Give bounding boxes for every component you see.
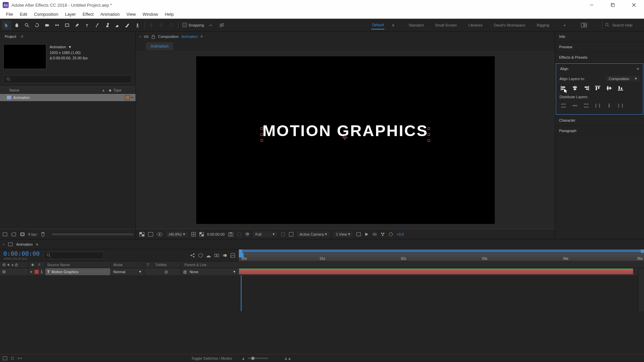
composition-canvas[interactable]: MOTION GRAPHICS xyxy=(196,56,495,224)
zoom-in-icon[interactable]: ▲▲ xyxy=(284,356,291,360)
flowchart-icon[interactable] xyxy=(144,34,149,39)
menu-help[interactable]: Help xyxy=(161,10,177,18)
layer-duration-bar[interactable] xyxy=(239,268,633,275)
parent-column[interactable]: Parent & Link xyxy=(181,263,238,267)
align-h-center-icon[interactable] xyxy=(571,85,579,92)
zoom-out-icon[interactable]: ▲ xyxy=(241,356,245,360)
align-bottom-icon[interactable] xyxy=(616,85,625,92)
anchor-point-icon[interactable] xyxy=(342,135,347,140)
region-icon[interactable] xyxy=(157,232,163,236)
menu-edit[interactable]: Edit xyxy=(16,10,31,18)
pixel-aspect-icon[interactable] xyxy=(356,232,361,236)
layer-name[interactable]: Motion Graphics xyxy=(52,270,78,274)
view-dropdown[interactable]: 1 View ▾ xyxy=(333,231,353,237)
close-button[interactable] xyxy=(626,0,641,10)
workspace-user[interactable]: David's Workspace xyxy=(493,21,526,29)
workspace-reset-icon[interactable] xyxy=(579,20,589,30)
align-v-center-icon[interactable] xyxy=(605,85,613,92)
workspace-small-screen[interactable]: Small Screen xyxy=(434,21,458,29)
workspace-overflow-icon[interactable]: » xyxy=(560,20,569,30)
current-time-display[interactable]: 0:00:00:00 xyxy=(3,250,40,257)
parent-pickwhip-icon[interactable]: @ xyxy=(183,270,187,274)
snapshot-icon[interactable] xyxy=(228,232,233,237)
toggle-switches-modes-button[interactable]: Toggle Switches / Modes xyxy=(191,356,232,360)
menu-file[interactable]: File xyxy=(3,10,16,18)
selection-handle[interactable] xyxy=(428,133,430,136)
puppet-tool[interactable] xyxy=(133,20,142,30)
lock-column-icon[interactable] xyxy=(15,263,18,266)
layer-color-swatch[interactable] xyxy=(35,270,39,274)
pan-behind-tool[interactable] xyxy=(52,20,62,30)
twirl-icon[interactable]: ▸ xyxy=(31,269,33,274)
timeline-tab[interactable]: Animation xyxy=(16,242,33,246)
timeline-search-input[interactable] xyxy=(44,252,104,259)
workspace-default[interactable]: Default xyxy=(371,21,384,29)
label-column-icon[interactable]: ◆ xyxy=(109,88,111,93)
rectangle-tool[interactable] xyxy=(62,20,72,30)
comp-panel-menu-icon[interactable]: ≡ xyxy=(201,34,203,39)
clone-stamp-tool[interactable] xyxy=(103,20,112,30)
sort-asc-icon[interactable]: ▲ xyxy=(102,88,105,92)
local-axis-icon[interactable] xyxy=(147,20,156,30)
label-column-icon[interactable]: ◆ xyxy=(31,262,34,266)
work-area-start-handle[interactable] xyxy=(239,249,242,253)
exposure-reset-icon[interactable] xyxy=(388,232,393,237)
snapping-opt-2-icon[interactable] xyxy=(217,20,226,30)
toggle-mask-icon[interactable] xyxy=(148,232,153,237)
search-help-input[interactable]: Search Help xyxy=(602,21,635,28)
alpha-icon[interactable] xyxy=(139,232,145,237)
roi-icon[interactable] xyxy=(281,232,285,237)
frame-blend-icon[interactable] xyxy=(214,253,219,258)
new-comp-icon[interactable] xyxy=(19,232,25,237)
close-panel-icon[interactable]: × xyxy=(139,35,141,39)
selection-tool[interactable] xyxy=(2,20,11,30)
label-color-swatch[interactable] xyxy=(125,95,130,100)
blend-mode-dropdown[interactable]: Normal▾ xyxy=(111,268,144,275)
align-panel-menu-icon[interactable]: ≡ xyxy=(637,67,639,71)
paragraph-panel-tab[interactable]: Paragraph xyxy=(559,129,576,133)
toggle-in-out-icon[interactable] xyxy=(17,356,22,360)
hand-tool[interactable] xyxy=(12,20,21,30)
roto-brush-tool[interactable] xyxy=(123,20,132,30)
zoom-slider[interactable] xyxy=(248,358,268,359)
work-area-bar[interactable] xyxy=(239,249,644,253)
video-switch-icon[interactable] xyxy=(2,270,6,274)
pen-tool[interactable] xyxy=(72,20,82,30)
menu-view[interactable]: View xyxy=(123,10,139,18)
fast-preview-icon[interactable] xyxy=(364,232,369,237)
timeline-panel-menu-icon[interactable]: ≡ xyxy=(36,242,38,246)
parent-dropdown[interactable]: None▾ xyxy=(190,269,238,274)
resolution-icon[interactable] xyxy=(191,232,196,237)
resolution-dropdown[interactable]: Full ▾ xyxy=(253,231,278,237)
interpret-footage-icon[interactable] xyxy=(2,232,8,237)
timeline-icon[interactable] xyxy=(372,232,377,236)
minimize-button[interactable] xyxy=(584,0,599,10)
character-panel-tab[interactable]: Character xyxy=(559,118,575,122)
preview-panel-tab[interactable]: Preview xyxy=(559,45,572,49)
eraser-tool[interactable] xyxy=(113,20,122,30)
project-search-input[interactable] xyxy=(3,75,132,83)
menu-composition[interactable]: Composition xyxy=(31,10,61,18)
close-timeline-icon[interactable]: × xyxy=(3,242,5,246)
effects-presets-panel-tab[interactable]: Effects & Presets xyxy=(559,55,587,59)
comp-mini-flowchart-icon[interactable] xyxy=(190,253,195,258)
camera-dropdown[interactable]: Active Camera ▾ xyxy=(297,231,330,237)
project-tab[interactable]: Project xyxy=(3,33,18,40)
comp-breadcrumb[interactable]: Animation xyxy=(146,42,173,50)
timecode-display[interactable]: 0:00:00:00 xyxy=(207,232,225,236)
lock-icon[interactable] xyxy=(151,34,155,39)
menu-effect[interactable]: Effect xyxy=(79,10,97,18)
view-axis-icon[interactable] xyxy=(167,20,176,30)
composition-tab-name[interactable]: Animation xyxy=(181,35,198,39)
project-item-row[interactable]: Animation ▪▪ xyxy=(0,94,136,101)
workspace-menu-icon[interactable]: ≡ xyxy=(388,20,398,30)
motion-blur-icon[interactable] xyxy=(222,253,227,258)
align-panel-tab[interactable]: Align xyxy=(560,67,568,71)
solo-column-icon[interactable]: ● xyxy=(11,263,14,267)
selection-handle[interactable] xyxy=(261,139,263,142)
column-name[interactable]: Name xyxy=(9,88,19,92)
zoom-dropdown[interactable]: (45.8%) ▾ xyxy=(166,231,188,237)
zoom-tool[interactable] xyxy=(22,20,32,30)
shy-icon[interactable] xyxy=(206,253,211,258)
align-top-icon[interactable] xyxy=(594,85,602,92)
